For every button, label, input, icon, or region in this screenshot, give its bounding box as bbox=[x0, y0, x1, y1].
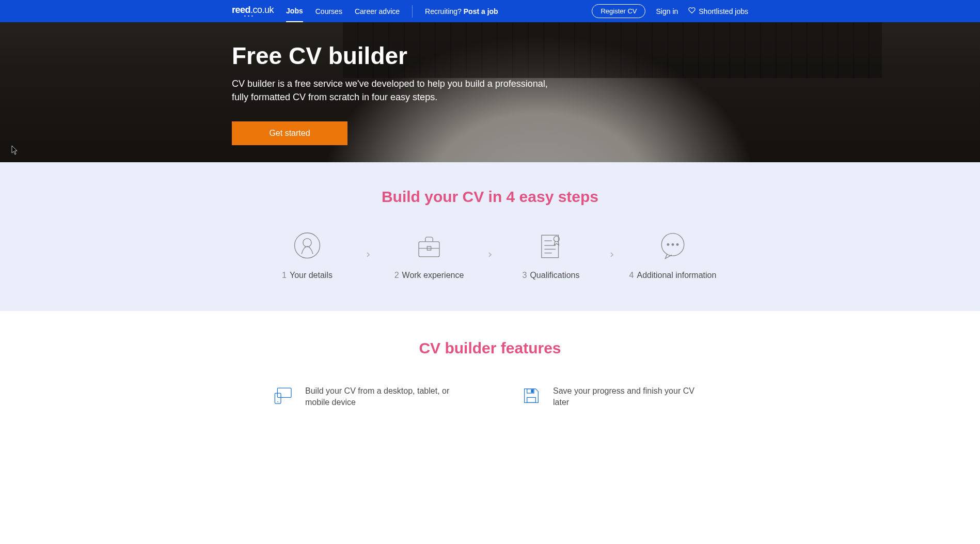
chevron-right-icon bbox=[608, 251, 616, 261]
feature-text: Save your progress and finish your CV la… bbox=[553, 385, 707, 409]
register-cv-button[interactable]: Register CV bbox=[592, 4, 645, 18]
sign-in-link[interactable]: Sign in bbox=[656, 7, 678, 15]
step-your-details: 1Your details bbox=[256, 231, 359, 280]
logo-suffix: .co.uk bbox=[250, 5, 274, 15]
nav-link-career-advice[interactable]: Career advice bbox=[355, 1, 400, 22]
certificate-icon bbox=[535, 231, 567, 261]
features-section: CV builder features Build your CV from a… bbox=[0, 311, 980, 437]
top-nav: reed.co.uk • • • Jobs Courses Career adv… bbox=[0, 0, 980, 22]
steps-section: Build your CV in 4 easy steps 1Your deta… bbox=[0, 162, 980, 311]
feature-save-progress: Save your progress and finish your CV la… bbox=[521, 385, 707, 409]
svg-rect-14 bbox=[277, 388, 291, 397]
hero-subtitle: CV builder is a free service we've devel… bbox=[232, 77, 562, 104]
svg-point-0 bbox=[295, 233, 320, 258]
feature-text: Build your CV from a desktop, tablet, or… bbox=[305, 385, 459, 409]
logo[interactable]: reed.co.uk • • • bbox=[232, 5, 274, 18]
speech-bubble-icon bbox=[657, 231, 689, 261]
hero: Free CV builder CV builder is a free ser… bbox=[0, 22, 980, 162]
step-work-experience: 2Work experience bbox=[377, 231, 481, 280]
svg-rect-18 bbox=[527, 397, 536, 402]
features-title: CV builder features bbox=[0, 339, 980, 357]
step-label: 3Qualifications bbox=[523, 271, 580, 280]
steps-title: Build your CV in 4 easy steps bbox=[0, 188, 980, 206]
step-qualifications: 3Qualifications bbox=[499, 231, 603, 280]
steps-row: 1Your details 2Work experience 3Qualific… bbox=[0, 231, 980, 280]
briefcase-icon bbox=[413, 231, 445, 261]
chevron-right-icon bbox=[364, 251, 372, 261]
svg-rect-19 bbox=[531, 390, 533, 392]
primary-nav: Jobs Courses Career advice Recruiting? P… bbox=[286, 1, 498, 22]
svg-point-13 bbox=[676, 244, 678, 246]
recruiting-bold: Post a job bbox=[464, 7, 498, 15]
nav-divider bbox=[412, 5, 413, 18]
chevron-right-icon bbox=[486, 251, 494, 261]
features-row: Build your CV from a desktop, tablet, or… bbox=[0, 385, 980, 409]
feature-multi-device: Build your CV from a desktop, tablet, or… bbox=[273, 385, 459, 409]
shortlisted-label: Shortlisted jobs bbox=[699, 7, 748, 15]
svg-point-12 bbox=[672, 244, 674, 246]
heart-icon bbox=[688, 7, 696, 15]
save-icon bbox=[521, 385, 542, 408]
nav-link-post-a-job[interactable]: Recruiting? Post a job bbox=[425, 7, 498, 15]
person-icon bbox=[291, 231, 323, 261]
logo-dots-icon: • • • bbox=[244, 13, 254, 18]
svg-rect-4 bbox=[542, 235, 559, 258]
devices-icon bbox=[273, 385, 294, 408]
hero-title: Free CV builder bbox=[232, 42, 748, 70]
svg-rect-2 bbox=[419, 242, 439, 257]
step-label: 2Work experience bbox=[394, 271, 464, 280]
svg-point-11 bbox=[667, 244, 669, 246]
step-additional-information: 4Additional information bbox=[621, 231, 724, 280]
shortlisted-jobs-link[interactable]: Shortlisted jobs bbox=[688, 7, 748, 15]
svg-point-1 bbox=[303, 239, 311, 247]
step-label: 4Additional information bbox=[629, 271, 717, 280]
nav-link-jobs[interactable]: Jobs bbox=[286, 1, 303, 22]
step-label: 1Your details bbox=[282, 271, 333, 280]
get-started-button[interactable]: Get started bbox=[232, 121, 347, 145]
recruiting-prefix: Recruiting? bbox=[425, 7, 464, 15]
nav-link-courses[interactable]: Courses bbox=[315, 1, 342, 22]
